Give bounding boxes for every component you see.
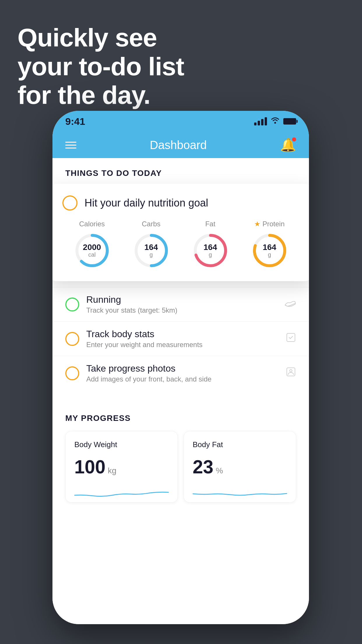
wifi-icon xyxy=(270,117,280,126)
progress-section: MY PROGRESS Body Weight 100 kg xyxy=(52,402,309,503)
todo-list: Running Track your stats (target: 5km) xyxy=(52,287,309,390)
todo-item-photos[interactable]: Take progress photos Add images of your … xyxy=(52,356,309,390)
headline-line3: for the day. xyxy=(17,81,184,110)
running-subtitle: Track your stats (target: 5km) xyxy=(86,306,277,314)
content-bg: THINGS TO DO TODAY Hit your daily nutrit… xyxy=(52,158,309,624)
nutrition-card-title: Hit your daily nutrition goal xyxy=(85,197,208,209)
body-stats-checkbox[interactable] xyxy=(65,332,79,346)
fat-label: Fat xyxy=(205,220,215,228)
scale-icon xyxy=(286,332,296,345)
body-fat-sparkline xyxy=(193,484,287,501)
nutrition-card: Hit your daily nutrition goal Calories xyxy=(52,184,309,281)
things-to-do-header: THINGS TO DO TODAY xyxy=(52,158,309,184)
shoe-icon xyxy=(284,298,296,311)
person-icon xyxy=(286,367,296,380)
body-fat-title: Body Fat xyxy=(193,440,287,449)
protein-value: 164 xyxy=(263,243,276,251)
running-title: Running xyxy=(86,294,277,305)
nav-bar: Dashboard 🔔 xyxy=(52,132,309,158)
svg-point-0 xyxy=(274,122,276,124)
calories-ring: 2000 cal xyxy=(73,232,111,270)
body-weight-value: 100 xyxy=(74,456,106,478)
protein-ring: 164 g xyxy=(251,232,289,270)
running-checkbox[interactable] xyxy=(65,298,79,312)
phone-frame: 9:41 Dashboard xyxy=(52,111,309,624)
nutrition-circles: Calories 2000 cal xyxy=(62,220,299,270)
body-weight-card[interactable]: Body Weight 100 kg xyxy=(65,431,178,503)
body-weight-unit: kg xyxy=(108,466,117,475)
body-fat-value-row: 23 % xyxy=(193,456,287,478)
body-stats-title: Track body stats xyxy=(86,329,279,340)
svg-point-11 xyxy=(290,370,292,372)
notification-dot xyxy=(292,137,296,141)
status-bar: 9:41 xyxy=(52,111,309,132)
carbs-ring: 164 g xyxy=(132,232,170,270)
calories-value: 2000 xyxy=(83,243,101,251)
signal-bars-icon xyxy=(254,117,267,125)
bell-icon[interactable]: 🔔 xyxy=(280,137,296,153)
body-fat-card[interactable]: Body Fat 23 % xyxy=(184,431,296,503)
body-fat-value: 23 xyxy=(193,456,213,478)
running-text: Running Track your stats (target: 5km) xyxy=(86,294,277,314)
protein-star-icon: ★ xyxy=(254,220,261,228)
carbs-item: Carbs 164 g xyxy=(132,220,170,270)
fat-value: 164 xyxy=(203,243,217,251)
body-weight-value-row: 100 kg xyxy=(74,456,169,478)
todo-item-body-stats[interactable]: Track body stats Enter your weight and m… xyxy=(52,321,309,356)
photos-text: Take progress photos Add images of your … xyxy=(86,363,279,383)
calories-item: Calories 2000 cal xyxy=(73,220,111,270)
nutrition-checkbox[interactable] xyxy=(62,195,78,211)
carbs-label: Carbs xyxy=(142,220,160,228)
calories-unit: cal xyxy=(88,251,96,258)
card-title-row: Hit your daily nutrition goal xyxy=(62,195,299,211)
calories-label: Calories xyxy=(79,220,105,228)
protein-unit: g xyxy=(268,251,271,258)
status-time: 9:41 xyxy=(65,116,85,127)
hamburger-menu[interactable] xyxy=(65,142,76,148)
battery-icon xyxy=(283,118,296,125)
status-icons xyxy=(254,117,296,126)
fat-item: Fat 164 g xyxy=(191,220,229,270)
photos-checkbox[interactable] xyxy=(65,366,79,380)
phone-content: THINGS TO DO TODAY Hit your daily nutrit… xyxy=(52,158,309,624)
progress-cards: Body Weight 100 kg Body Fat 23 xyxy=(65,431,296,503)
body-weight-sparkline xyxy=(74,484,169,501)
fat-ring: 164 g xyxy=(191,232,229,270)
protein-item: ★ Protein 164 g xyxy=(251,220,289,270)
body-weight-title: Body Weight xyxy=(74,440,169,449)
progress-header: MY PROGRESS xyxy=(65,414,296,423)
headline-line2: your to-do list xyxy=(17,52,184,81)
body-stats-subtitle: Enter your weight and measurements xyxy=(86,341,279,349)
body-stats-text: Track body stats Enter your weight and m… xyxy=(86,329,279,349)
todo-item-running[interactable]: Running Track your stats (target: 5km) xyxy=(52,287,309,321)
photos-title: Take progress photos xyxy=(86,363,279,374)
headline-line1: Quickly see xyxy=(17,23,184,52)
carbs-unit: g xyxy=(150,251,153,258)
carbs-value: 164 xyxy=(144,243,158,251)
body-fat-unit: % xyxy=(216,466,223,475)
svg-rect-9 xyxy=(287,333,295,342)
nav-title: Dashboard xyxy=(150,139,207,152)
protein-label: ★ Protein xyxy=(254,220,284,228)
photos-subtitle: Add images of your front, back, and side xyxy=(86,375,279,383)
fat-unit: g xyxy=(209,251,212,258)
headline: Quickly see your to-do list for the day. xyxy=(17,23,184,110)
